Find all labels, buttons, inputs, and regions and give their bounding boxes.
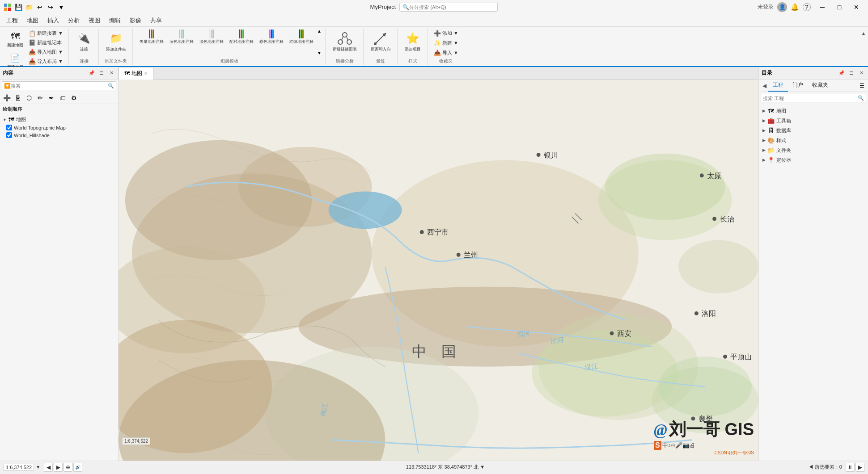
layer-checkbox-hillshade[interactable] (6, 132, 12, 138)
catalog-item-map[interactable]: ▶ 🗺 地图 (761, 106, 866, 116)
rg-map-annotation-button[interactable]: 红绿地图注释 (287, 29, 316, 46)
import-layout-button[interactable]: 📥 导入布局 ▼ (27, 57, 65, 66)
add-database-button[interactable]: 🗄 (13, 93, 23, 103)
contents-search-input[interactable] (11, 83, 108, 88)
catalog-search-input[interactable] (763, 96, 858, 101)
distance-direction-button[interactable]: 距离和方向 (368, 29, 394, 54)
catalog-tab-favorites[interactable]: 收藏夹 (808, 80, 833, 92)
status-pause[interactable]: ⏸ (846, 463, 855, 472)
status-play[interactable]: ▶ (855, 463, 864, 472)
catalog-item-database[interactable]: ▶ 🗄 数据库 (761, 126, 866, 135)
new-favorite-button[interactable]: ✨ 新建 ▼ (432, 38, 460, 47)
new-map-icon: 🗺 (9, 30, 21, 42)
new-report-label: 新建报表 ▼ (37, 30, 63, 37)
status-nav-forward[interactable]: ▶ (54, 463, 63, 472)
template-scroll-down[interactable]: ▼ (317, 50, 322, 55)
watermark-icons: 中♪⊙🎤📷🖨 (662, 441, 696, 449)
template-scroll-up[interactable]: ▲ (317, 29, 322, 34)
menu-imagery[interactable]: 影像 (125, 15, 146, 26)
redo-icon[interactable]: ↪ (47, 3, 55, 11)
map-tab-main[interactable]: 🗺 地图 ✕ (119, 67, 153, 80)
svg-point-34 (537, 153, 541, 157)
add-layer-button[interactable]: ➕ (2, 93, 12, 103)
import-map-button[interactable]: 📥 导入地图 ▼ (27, 47, 65, 56)
catalog-nav-back[interactable]: ◀ (761, 81, 768, 91)
user-icon[interactable]: 👤 (777, 2, 787, 12)
svg-point-44 (694, 311, 699, 315)
render-map-annotation-button[interactable]: 渲色地图注释 (167, 29, 196, 46)
status-nav-zoom[interactable]: ⊕ (64, 463, 72, 472)
catalog-search-box[interactable]: 🔍 (761, 94, 866, 102)
contents-pin-button[interactable]: 📌 (88, 69, 96, 77)
vector-map-annotation-button[interactable]: 矢量地图注释 (137, 29, 166, 46)
close-button[interactable]: ✕ (848, 1, 864, 13)
maximize-button[interactable]: □ (831, 1, 847, 13)
layer-group-map[interactable]: ▼ 🗺 地图 (1, 115, 117, 124)
menu-insert[interactable]: 插入 (43, 15, 64, 26)
svg-text:平顶山: 平顶山 (730, 352, 752, 361)
analysis-button[interactable]: ⚙ (69, 93, 79, 103)
catalog-close-button[interactable]: ✕ (857, 69, 865, 77)
catalog-item-toolbox[interactable]: ▶ 🧰 工具箱 (761, 116, 866, 126)
import-favorite-button[interactable]: 📥 导入 ▼ (432, 48, 460, 57)
new-link-chart-button[interactable]: 新建链接图表 (330, 29, 360, 54)
menu-view[interactable]: 视图 (84, 15, 105, 26)
draw-button[interactable]: ✏ (35, 93, 45, 103)
scale-dropdown-icon[interactable]: ▼ (36, 465, 40, 470)
global-search-input[interactable] (409, 4, 490, 10)
catalog-item-folder[interactable]: ▶ 📁 文件夹 (761, 145, 866, 155)
contents-menu-button[interactable]: ☰ (97, 69, 106, 77)
catalog-tab-project[interactable]: 工程 (768, 80, 788, 92)
titlebar-right: 未登录 👤 🔔 ? ─ □ ✕ (758, 1, 864, 13)
contents-close-button[interactable]: ✕ (107, 69, 115, 77)
save-icon[interactable]: 💾 (14, 3, 22, 11)
distance-direction-icon (373, 30, 389, 46)
layer-checkbox-world-topo[interactable] (6, 125, 12, 130)
contents-panel-header: 内容 📌 ☰ ✕ (0, 67, 118, 80)
edit-button[interactable]: ✒ (47, 93, 56, 103)
help-icon[interactable]: ? (803, 3, 811, 11)
more-icon[interactable]: ▼ (57, 3, 65, 11)
menu-share[interactable]: 共享 (146, 15, 166, 26)
layer-item-hillshade[interactable]: World_Hillshade (4, 131, 117, 139)
map-canvas[interactable]: 渭河 泾河 汉江 岷江 银川 太原 (119, 80, 758, 461)
contents-search-box[interactable]: 🔽 🔍 (2, 81, 116, 90)
import-layout-icon: 📥 (29, 58, 36, 65)
catalog-menu-button[interactable]: ☰ (847, 69, 855, 77)
scale-value[interactable]: 1:6,374,522 (4, 464, 34, 471)
status-nav-sound[interactable]: 🔊 (73, 463, 82, 472)
minimize-button[interactable]: ─ (814, 1, 830, 13)
map-tab-close[interactable]: ✕ (144, 71, 148, 76)
new-notebook-button[interactable]: 📓 新建笔记本 (27, 38, 65, 47)
menu-edit[interactable]: 编辑 (105, 15, 125, 26)
color-map-annotation-button[interactable]: 彩色地图注释 (257, 29, 286, 46)
menu-map[interactable]: 地图 (22, 15, 43, 26)
open-icon[interactable]: 📁 (25, 3, 33, 11)
layer-item-world-topo[interactable]: World Topographic Map (4, 124, 117, 131)
new-map-button[interactable]: 🗺 新建地图 (5, 29, 25, 50)
catalog-pin-button[interactable]: 📌 (838, 69, 846, 77)
ribbon-group-label-folder: 添加文件夹 (105, 58, 127, 64)
menu-project[interactable]: 工程 (2, 15, 22, 26)
add-style-button[interactable]: ⭐ 添加项目 (402, 29, 423, 54)
new-report-button[interactable]: 📋 新建报表 ▼ (27, 29, 65, 38)
light-map-annotation-button[interactable]: 淡色地图注释 (197, 29, 226, 46)
add-bookmark-button[interactable]: ⬡ (24, 93, 34, 103)
label-button[interactable]: 🏷 (58, 93, 68, 103)
status-nav-back[interactable]: ◀ (44, 463, 53, 472)
catalog-tab-portal[interactable]: 门户 (788, 80, 808, 92)
ribbon-group-items-favorites: ➕ 添加 ▼ ✨ 新建 ▼ 📥 导入 ▼ (432, 29, 460, 57)
global-search-box[interactable]: 🔍 (399, 3, 498, 12)
undo-icon[interactable]: ↩ (36, 3, 44, 11)
add-favorite-button[interactable]: ➕ 添加 ▼ (432, 29, 460, 38)
new-favorite-icon: ✨ (434, 39, 441, 46)
paired-map-annotation-button[interactable]: 配对地图注释 (227, 29, 256, 46)
catalog-item-locator[interactable]: ▶ 📍 定位器 (761, 155, 866, 165)
catalog-menu-icon[interactable]: ☰ (858, 81, 866, 91)
connect-button[interactable]: 🔌 连接 (73, 29, 95, 54)
ribbon-collapse-button[interactable]: ▲ (861, 29, 866, 65)
menu-analysis[interactable]: 分析 (64, 15, 84, 26)
notification-icon[interactable]: 🔔 (791, 3, 799, 11)
catalog-item-style[interactable]: ▶ 🎨 样式 (761, 135, 866, 145)
add-folder-button[interactable]: 📁 添加文件夹 (103, 29, 129, 54)
